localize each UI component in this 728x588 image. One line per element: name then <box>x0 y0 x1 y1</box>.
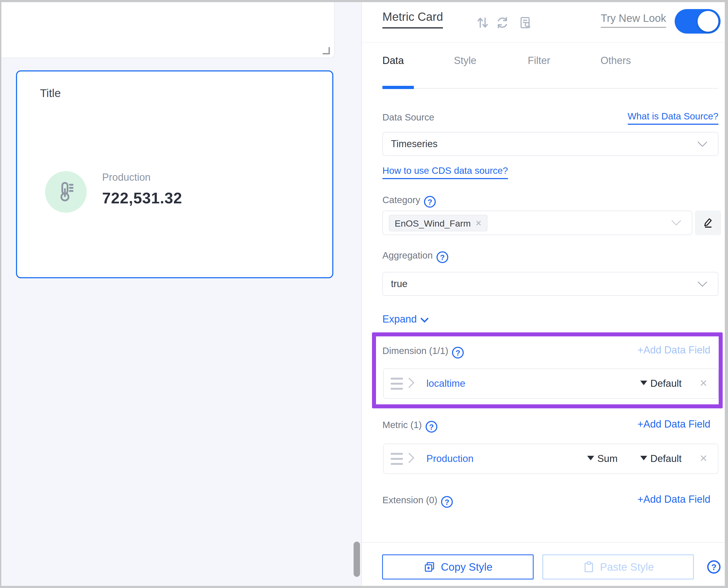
tag-remove-icon[interactable]: × <box>476 217 481 229</box>
card-title: Title <box>40 87 61 100</box>
card-metric-value: 722,531.32 <box>102 189 182 207</box>
paste-style-button[interactable]: Paste Style <box>542 554 694 580</box>
drag-bars <box>391 378 403 393</box>
copy-style-button[interactable]: Copy Style <box>382 554 533 580</box>
refresh-icon[interactable] <box>496 16 509 29</box>
cds-help-link[interactable]: How to use CDS data source? <box>382 165 508 179</box>
try-new-look-link[interactable]: Try New Look <box>601 12 666 28</box>
empty-widget[interactable] <box>1 2 335 58</box>
sort-icon[interactable] <box>476 16 489 29</box>
metric-default-dropdown[interactable]: Default <box>640 444 682 474</box>
edit-category-button[interactable] <box>695 211 721 235</box>
category-label: Category <box>382 194 436 208</box>
category-label-text: Category <box>382 194 420 205</box>
chevron-down-icon <box>671 219 682 226</box>
aggregation-help-icon[interactable] <box>437 251 448 263</box>
tab-filter[interactable]: Filter <box>528 55 550 66</box>
aggregation-label-text: Aggregation <box>382 250 433 260</box>
panel-title: Metric Card <box>382 10 443 28</box>
footer-divider <box>362 542 725 543</box>
extension-label-text: Extension (0) <box>382 495 437 505</box>
header-divider <box>362 42 725 43</box>
remove-metric-icon[interactable] <box>700 444 707 472</box>
category-select[interactable]: EnOS_Wind_Farm× <box>382 211 692 235</box>
add-dimension-field-button[interactable]: +Add Data Field <box>637 344 710 356</box>
card-metric-block: Production 722,531.32 <box>45 171 182 213</box>
chevron-right-icon <box>407 451 415 465</box>
expand-chevron-icon <box>421 318 428 323</box>
expand-label: Expand <box>382 313 417 325</box>
thermometer-icon <box>45 171 87 213</box>
metric-field-name[interactable]: Production <box>426 444 473 474</box>
data-query-icon[interactable] <box>519 16 532 29</box>
extension-help-icon[interactable] <box>441 496 453 508</box>
drag-handle-icon[interactable] <box>391 376 417 392</box>
dimension-label: Dimension (1/1) <box>382 345 464 358</box>
copy-style-label: Copy Style <box>441 561 492 573</box>
tab-style[interactable]: Style <box>454 55 476 66</box>
aggregation-label: Aggregation <box>382 250 448 263</box>
remove-dimension-icon[interactable] <box>700 369 707 397</box>
metric-card-widget[interactable]: Title <box>16 70 333 278</box>
metric-aggregator-dropdown[interactable]: Sum <box>587 444 618 474</box>
drag-bars <box>391 453 403 468</box>
card-metric-texts: Production 722,531.32 <box>102 171 182 207</box>
settings-panel: Metric Card Try New Look <box>361 2 725 586</box>
metric-field-row[interactable]: Production Sum Default <box>383 443 719 474</box>
new-look-toggle[interactable] <box>675 9 721 34</box>
metric-help-icon[interactable] <box>426 421 437 433</box>
add-metric-field-button[interactable]: +Add Data Field <box>637 419 710 430</box>
dimension-field-row[interactable]: localtime Default <box>383 369 719 399</box>
dimension-default-dropdown[interactable]: Default <box>640 369 682 398</box>
aggregation-select[interactable]: true <box>382 272 719 296</box>
dimension-field-name[interactable]: localtime <box>426 369 465 398</box>
toggle-knob <box>697 11 719 32</box>
chevron-right-icon <box>407 376 415 390</box>
drag-handle-icon[interactable] <box>391 451 417 467</box>
copy-icon <box>423 561 436 573</box>
tab-others[interactable]: Others <box>601 55 631 66</box>
chevron-down-icon <box>697 281 708 287</box>
data-source-select[interactable]: Timeseries <box>382 132 719 156</box>
dimension-label-text: Dimension (1/1) <box>382 345 448 356</box>
active-tab-indicator <box>382 86 414 89</box>
tab-data[interactable]: Data <box>382 55 404 66</box>
category-tag-text: EnOS_Wind_Farm <box>395 218 471 228</box>
aggregation-value: true <box>391 272 407 295</box>
app-window: Title <box>1 2 725 586</box>
add-extension-field-button[interactable]: +Add Data Field <box>637 493 710 505</box>
tab-track <box>382 88 719 89</box>
dimension-help-icon[interactable] <box>452 347 464 358</box>
category-help-icon[interactable] <box>424 196 436 208</box>
chevron-down-icon <box>697 141 708 147</box>
paste-style-label: Paste Style <box>600 561 654 573</box>
data-source-label: Data Source <box>382 112 434 123</box>
dashboard-canvas: Title <box>1 2 361 586</box>
category-tag: EnOS_Wind_Farm× <box>389 215 487 231</box>
what-is-data-source-link[interactable]: What is Data Source? <box>628 111 719 125</box>
metric-label-text: Metric (1) <box>382 420 422 430</box>
metric-label: Metric (1) <box>382 420 437 433</box>
expand-link[interactable]: Expand <box>382 313 428 325</box>
extension-label: Extension (0) <box>382 495 453 508</box>
card-metric-label: Production <box>102 172 182 183</box>
paste-icon <box>582 561 595 573</box>
resize-handle-icon[interactable] <box>323 47 330 55</box>
canvas-scrollbar[interactable] <box>353 542 360 577</box>
data-source-value: Timeseries <box>391 132 438 155</box>
footer-help-icon[interactable] <box>707 560 721 574</box>
